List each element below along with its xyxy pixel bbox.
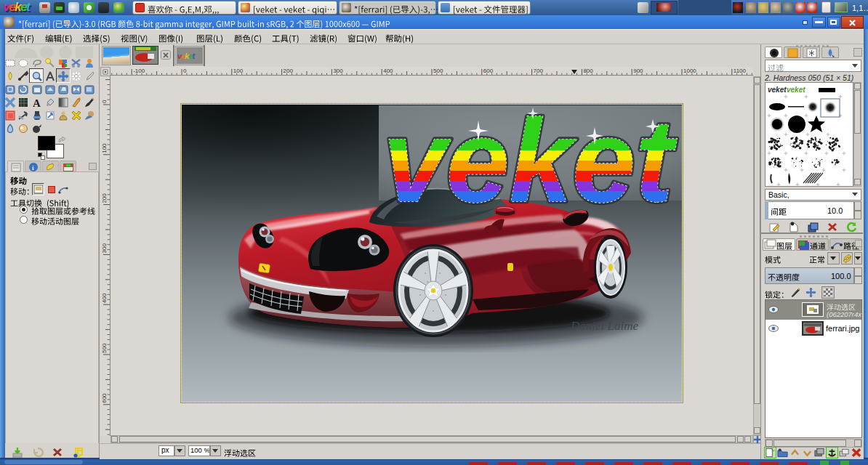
svg-text:600: 600 <box>101 393 108 403</box>
svg-text:200: 200 <box>101 193 108 203</box>
svg-text:100: 100 <box>101 143 108 153</box>
svg-text:500: 500 <box>101 343 108 353</box>
svg-text:-100: -100 <box>133 68 145 74</box>
svg-text:1000: 1000 <box>683 68 696 74</box>
svg-text:veket: veket <box>177 52 196 60</box>
svg-text:400: 400 <box>101 293 108 303</box>
svg-text:300: 300 <box>101 243 108 254</box>
svg-text:0: 0 <box>101 100 108 103</box>
svg-text:veket: veket <box>3 1 31 14</box>
svg-text:A: A <box>33 97 41 108</box>
svg-text:veket: veket <box>768 86 787 94</box>
svg-text:veket: veket <box>787 86 805 94</box>
svg-text:0: 0 <box>183 68 187 74</box>
svg-text:1100: 1100 <box>734 68 747 74</box>
